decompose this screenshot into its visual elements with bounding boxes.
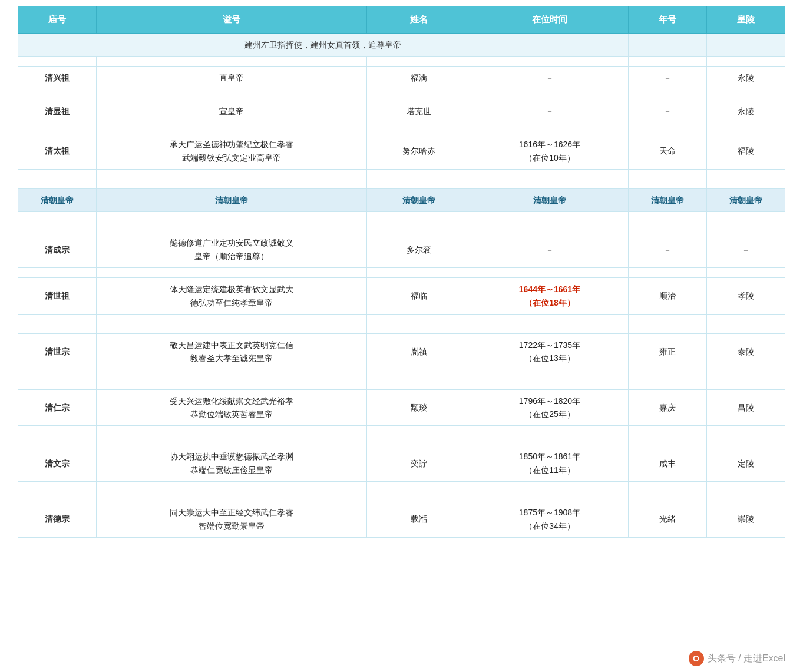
table-cell-5: 孝陵 (706, 278, 785, 315)
table-cell-3: － (471, 231, 628, 268)
col-header-zaiwai: 在位时间 (471, 6, 628, 34)
table-cell-2: 奕詝 (366, 445, 471, 482)
table-cell-2: 多尔衮 (366, 231, 471, 268)
table-cell-0: 清兴祖 (18, 67, 97, 90)
table-cell-5: 福陵 (706, 133, 785, 170)
table-row: 清成宗懿德修道广业定功安民立政诚敬义皇帝（顺治帝追尊）多尔衮－－－ (18, 231, 785, 268)
sub-header-cell-2: 清朝皇帝 (366, 188, 471, 211)
table-cell-1: 协天翊运执中垂谟懋德振武圣孝渊恭端仁宽敏庄俭显皇帝 (97, 445, 367, 482)
section-header-empty2 (706, 34, 785, 57)
table-cell-3: 1644年～1661年（在位18年） (471, 278, 628, 315)
table-row: 清仁宗受天兴运敷化绥献崇文经武光裕孝恭勤位端敏英哲睿皇帝颙琰1796年～1820… (18, 389, 785, 426)
sub-header-cell-3: 清朝皇帝 (471, 188, 628, 211)
table-cell-2: 努尔哈赤 (366, 133, 471, 170)
sub-header-cell-5: 清朝皇帝 (706, 188, 785, 211)
table-cell-0: 清仁宗 (18, 389, 97, 426)
table-cell-0: 清成宗 (18, 231, 97, 268)
table-cell-0: 清文宗 (18, 445, 97, 482)
table-cell-3: － (471, 100, 628, 123)
table-cell-4: － (628, 100, 706, 123)
table-cell-1: 受天兴运敷化绥献崇文经武光裕孝恭勤位端敏英哲睿皇帝 (97, 389, 367, 426)
section-header-empty1 (628, 34, 706, 57)
table-cell-0: 清德宗 (18, 501, 97, 538)
table-cell-3: 1796年～1820年（在位25年） (471, 389, 628, 426)
table-cell-4: 光绪 (628, 501, 706, 538)
table-cell-1: 敬天昌运建中表正文武英明宽仁信毅睿圣大孝至诚宪皇帝 (97, 333, 367, 370)
table-row: 清兴祖直皇帝福满－－永陵 (18, 67, 785, 90)
table-cell-4: － (628, 67, 706, 90)
sub-header-cell-0: 清朝皇帝 (18, 188, 97, 211)
table-cell-5: 永陵 (706, 67, 785, 90)
watermark-icon: O (689, 651, 704, 666)
col-header-miaohao: 庙号 (18, 6, 97, 34)
table-cell-1: 体天隆运定统建极英睿钦文显武大德弘功至仁纯孝章皇帝 (97, 278, 367, 315)
main-container: 庙号 谥号 姓名 在位时间 年号 皇陵 建州左卫指挥使，建州女真首领，追尊皇帝清… (0, 0, 803, 573)
col-header-huangling: 皇陵 (706, 6, 785, 34)
table-cell-4: － (628, 231, 706, 268)
sub-header-row: 清朝皇帝清朝皇帝清朝皇帝清朝皇帝清朝皇帝清朝皇帝 (18, 188, 785, 211)
table-cell-5: － (706, 231, 785, 268)
watermark-text: 头条号 / 走进Excel (708, 653, 785, 665)
table-row: 清文宗协天翊运执中垂谟懋德振武圣孝渊恭端仁宽敏庄俭显皇帝奕詝1850年～1861… (18, 445, 785, 482)
col-header-nianhao: 年号 (628, 6, 706, 34)
col-header-xingming: 姓名 (366, 6, 471, 34)
table-cell-5: 定陵 (706, 445, 785, 482)
col-header-hao: 谥号 (97, 6, 367, 34)
table-cell-0: 清世宗 (18, 333, 97, 370)
table-cell-5: 永陵 (706, 100, 785, 123)
table-cell-2: 载湉 (366, 501, 471, 538)
table-cell-5: 昌陵 (706, 389, 785, 426)
table-cell-2: 福满 (366, 67, 471, 90)
table-cell-4: 咸丰 (628, 445, 706, 482)
table-cell-1: 承天广运圣德神功肇纪立极仁孝睿武端毅钦安弘文定业高皇帝 (97, 133, 367, 170)
table-cell-1: 同天崇运大中至正经文纬武仁孝睿智端位宽勤景皇帝 (97, 501, 367, 538)
table-cell-4: 嘉庆 (628, 389, 706, 426)
watermark: O 头条号 / 走进Excel (689, 651, 785, 666)
table-cell-2: 塔克世 (366, 100, 471, 123)
table-cell-4: 雍正 (628, 333, 706, 370)
table-row: 清德宗同天崇运大中至正经文纬武仁孝睿智端位宽勤景皇帝载湉1875年～1908年（… (18, 501, 785, 538)
table-cell-2: 福临 (366, 278, 471, 315)
section-header-text: 建州左卫指挥使，建州女真首领，追尊皇帝 (18, 34, 629, 57)
table-cell-3: 1850年～1861年（在位11年） (471, 445, 628, 482)
table-cell-1: 直皇帝 (97, 67, 367, 90)
table-row: 清世宗敬天昌运建中表正文武英明宽仁信毅睿圣大孝至诚宪皇帝胤禛1722年～1735… (18, 333, 785, 370)
table-cell-3: 1875年～1908年（在位34年） (471, 501, 628, 538)
sub-header-cell-4: 清朝皇帝 (628, 188, 706, 211)
table-cell-3: － (471, 67, 628, 90)
section-header-row: 建州左卫指挥使，建州女真首领，追尊皇帝 (18, 34, 785, 57)
table-cell-3: 1722年～1735年（在位13年） (471, 333, 628, 370)
table-cell-0: 清显祖 (18, 100, 97, 123)
table-cell-1: 宣皇帝 (97, 100, 367, 123)
table-body: 建州左卫指挥使，建州女真首领，追尊皇帝清兴祖直皇帝福满－－永陵清显祖宣皇帝塔克世… (18, 34, 785, 538)
table-cell-2: 颙琰 (366, 389, 471, 426)
sub-header-cell-1: 清朝皇帝 (97, 188, 367, 211)
table-row: 清显祖宣皇帝塔克世－－永陵 (18, 100, 785, 123)
dynasty-table: 庙号 谥号 姓名 在位时间 年号 皇陵 建州左卫指挥使，建州女真首领，追尊皇帝清… (18, 6, 785, 538)
table-cell-5: 崇陵 (706, 501, 785, 538)
table-cell-0: 清太祖 (18, 133, 97, 170)
table-cell-0: 清世祖 (18, 278, 97, 315)
table-cell-4: 顺治 (628, 278, 706, 315)
table-cell-1: 懿德修道广业定功安民立政诚敬义皇帝（顺治帝追尊） (97, 231, 367, 268)
table-cell-3: 1616年～1626年（在位10年） (471, 133, 628, 170)
table-cell-5: 泰陵 (706, 333, 785, 370)
table-row: 清世祖体天隆运定统建极英睿钦文显武大德弘功至仁纯孝章皇帝福临1644年～1661… (18, 278, 785, 315)
table-cell-2: 胤禛 (366, 333, 471, 370)
table-cell-4: 天命 (628, 133, 706, 170)
table-row: 清太祖承天广运圣德神功肇纪立极仁孝睿武端毅钦安弘文定业高皇帝努尔哈赤1616年～… (18, 133, 785, 170)
table-header-row: 庙号 谥号 姓名 在位时间 年号 皇陵 (18, 6, 785, 34)
